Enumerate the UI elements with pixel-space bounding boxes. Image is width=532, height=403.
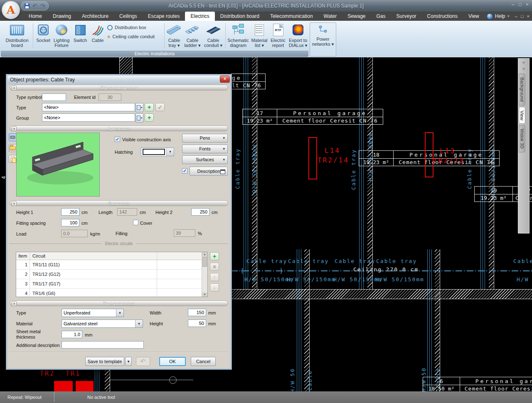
preview-camera-button[interactable]	[9, 133, 17, 141]
cover-checkbox[interactable]	[133, 220, 138, 225]
export-dialux-button[interactable]: Export to DIALux ▾	[288, 22, 308, 50]
section-object-management[interactable]: ▾ Object management	[10, 85, 228, 91]
collapse-icon[interactable]: ▾	[12, 86, 17, 91]
description-button[interactable]: Description	[190, 167, 228, 176]
circuits-scrollbar[interactable]: ▲ ▼	[202, 252, 207, 297]
ceiling-cable-conduit-button[interactable]: + Ceiling cable conduit	[107, 33, 165, 40]
minimize-button[interactable]: –	[512, 2, 515, 7]
description-checkbox[interactable]: ✓	[182, 168, 187, 174]
filling-field[interactable]	[174, 229, 195, 237]
type-add-button[interactable]: +	[145, 103, 154, 111]
preview-copy-button[interactable]	[9, 155, 17, 163]
ok-button[interactable]: OK	[159, 357, 186, 366]
tab-escape-routes[interactable]: Escape routes	[143, 12, 185, 21]
cable-conduit-button[interactable]: Cable conduit ▾	[202, 22, 224, 50]
tab-view[interactable]: View	[463, 12, 485, 21]
tray-height-field[interactable]	[188, 319, 206, 327]
material-list-button[interactable]: Material list ▾	[250, 22, 268, 50]
group-combo[interactable]: <None>	[42, 113, 135, 122]
cable-tray-button[interactable]: Cable tray ▾	[165, 22, 183, 50]
circuit-row[interactable]: 2 TR1/12 (G12)	[16, 270, 207, 279]
tab-water[interactable]: Water	[318, 12, 342, 21]
material-dropdown[interactable]: Galvanized steel ▾	[62, 319, 143, 328]
height2-field[interactable]	[191, 208, 209, 216]
section-type-parameters[interactable]: ▾ Type parameters	[10, 300, 228, 306]
tab-distribution-board[interactable]: Distribution board	[215, 12, 265, 21]
preview-open-button[interactable]	[9, 144, 17, 152]
revert-button[interactable]: ↶	[136, 357, 150, 366]
collapse-icon[interactable]: ▾	[12, 201, 17, 206]
section-parameters[interactable]: ▾ Parameters	[10, 200, 228, 206]
type-symbol-field[interactable]	[42, 93, 66, 101]
tab-architecture[interactable]: Architecture	[76, 12, 114, 21]
circuit-row[interactable]: 3 TR1/17 (G17)	[16, 279, 207, 289]
circuit-move-down-button[interactable]: ↓	[210, 283, 219, 292]
type-accept-button[interactable]: ✓	[155, 103, 165, 111]
panel-close-icon[interactable]: ×	[518, 66, 529, 72]
tab-drawing[interactable]: Drawing	[47, 12, 76, 21]
electric-report-button[interactable]: RTF Electric report	[269, 22, 287, 50]
visible-axis-checkbox[interactable]: ✓	[115, 137, 120, 142]
scroll-down-icon[interactable]: ▼	[202, 292, 207, 297]
redo-icon[interactable]: ↷	[40, 3, 45, 9]
tab-telecommunication[interactable]: Telecommunication	[265, 12, 318, 21]
circuit-add-button[interactable]: +	[210, 252, 219, 260]
tab-constructions[interactable]: Constructions	[422, 12, 463, 21]
load-field[interactable]	[61, 230, 88, 237]
hatching-dropdown[interactable]: ▾	[141, 147, 174, 156]
height1-field[interactable]	[61, 208, 79, 216]
scroll-up-icon[interactable]: ▲	[202, 252, 207, 256]
mdi-restore-button[interactable]: □	[521, 14, 524, 19]
circuit-delete-button[interactable]: ×	[210, 263, 219, 271]
restore-button[interactable]: □	[519, 2, 522, 7]
schematic-diagram-button[interactable]: Schematic diagram	[227, 22, 250, 50]
length-field[interactable]	[117, 208, 137, 216]
save-template-dropdown-button[interactable]: ▾	[125, 357, 132, 366]
surfaces-button[interactable]: Surfaces▾	[182, 155, 228, 164]
close-button[interactable]: ×	[526, 2, 529, 7]
circuit-row[interactable]: 1 TR1/11 (G11)	[16, 260, 207, 270]
tab-electrics[interactable]: Electrics	[185, 12, 214, 21]
width-field[interactable]	[188, 309, 206, 316]
distribution-box-button[interactable]: Distribution box	[107, 24, 165, 31]
group-picker-button[interactable]: ▾	[135, 113, 143, 123]
tab-sewage[interactable]: Sewage	[342, 12, 371, 21]
undo-icon[interactable]: ↶	[32, 3, 37, 9]
save-to-template-button[interactable]: Save to template	[85, 357, 124, 366]
cable-button[interactable]: Cable	[89, 22, 106, 50]
switch-button[interactable]: Switch	[71, 22, 89, 50]
circuits-table[interactable]: Item Circuit 1 TR1/11 (G11) 2 TR1/12 (G1…	[16, 252, 208, 297]
power-networks-button[interactable]: Power networks ▾	[310, 22, 336, 57]
save-icon[interactable]	[25, 3, 30, 8]
fonts-button[interactable]: Fonts▾	[182, 145, 228, 153]
dialog-close-button[interactable]: ×	[220, 76, 230, 83]
tray-type-dropdown[interactable]: Unperforated ▾	[62, 309, 124, 317]
type-picker-button[interactable]: ▾	[135, 103, 143, 112]
circuit-move-up-button[interactable]: ↑	[210, 273, 219, 281]
collapse-icon[interactable]: ▾	[12, 301, 17, 306]
fitting-spacing-field[interactable]	[61, 219, 79, 226]
cancel-button[interactable]: Cancel	[191, 357, 216, 366]
group-add-button[interactable]: +	[145, 113, 154, 122]
mdi-minimize-button[interactable]: –	[515, 14, 517, 19]
circuit-row[interactable]: 4 TR1/6 (G6)	[16, 289, 207, 297]
lighting-fixture-button[interactable]: Lighting Fixture	[52, 22, 71, 50]
type-combo[interactable]: <New>	[42, 103, 135, 111]
distribution-board-button[interactable]: Distribution board	[2, 22, 32, 50]
panel-tab-background[interactable]: Background	[519, 74, 525, 106]
mdi-close-button[interactable]: ×	[527, 14, 530, 19]
scroll-thumb[interactable]	[202, 257, 207, 267]
pens-button[interactable]: Pens▾	[182, 134, 228, 143]
panel-tab-view[interactable]: View	[519, 107, 525, 124]
collapse-icon[interactable]: ▾	[12, 126, 17, 131]
sheet-thickness-field[interactable]	[62, 331, 82, 338]
tab-surveyor[interactable]: Surveyor	[391, 12, 422, 21]
additional-description-field[interactable]	[62, 341, 144, 349]
tab-gas[interactable]: Gas	[371, 12, 391, 21]
socket-button[interactable]: Socket	[34, 22, 52, 50]
help-button[interactable]: Help	[495, 13, 505, 19]
panel-tab-widok3d[interactable]: Widok 3D	[519, 125, 525, 152]
help-caret-icon[interactable]: ˅	[507, 14, 510, 18]
panel-move-icon[interactable]: +	[518, 60, 529, 66]
section-appearance[interactable]: ▾ Appearance	[10, 125, 228, 131]
